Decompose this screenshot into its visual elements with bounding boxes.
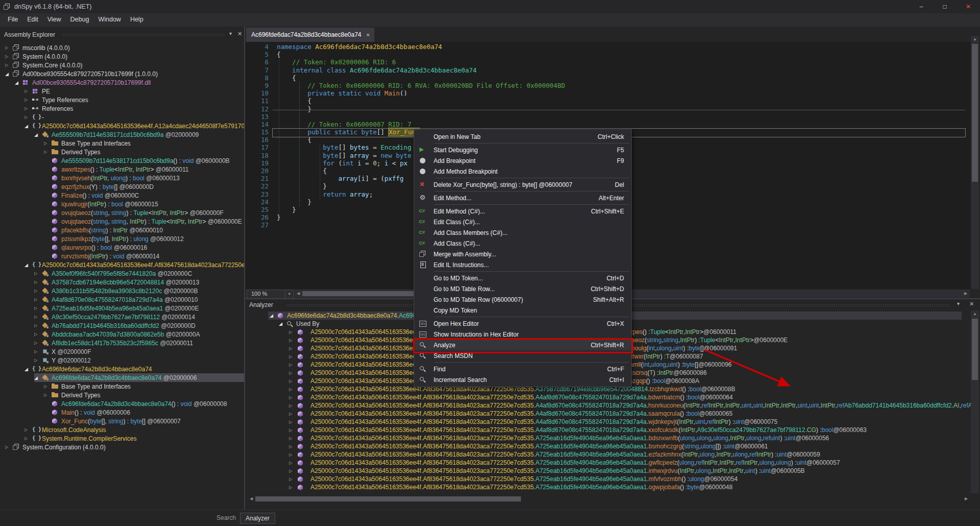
tree-item[interactable]: Ac696fde6dac74a2b8d3c4bbaec8e0a74 @02000… [0,373,245,382]
tree-item[interactable]: Ac696fde6dac74a2b8d3c4bbaec8e0a74() : vo… [0,399,245,408]
chevron-col-icon[interactable] [5,63,13,67]
tree-item[interactable]: System.Configuration (4.0.0.0) [0,443,245,451]
chevron-col-icon[interactable] [5,45,13,50]
chevron-col-icon[interactable] [34,358,42,363]
chevron-col-icon[interactable] [5,54,13,59]
analyzer-item[interactable]: A25000c7c06d14343a50645163536ee4f.Af8364… [245,418,971,426]
tree-item[interactable]: Ac696fde6dac74a2b8d3c4bbaec8e0a74 [0,365,245,373]
chevron-col-icon[interactable] [289,393,297,401]
tree-item[interactable]: ovujqtaeoz(string, string) : Tuple<IntPt… [0,208,245,217]
tab-search[interactable]: Search [211,513,241,523]
close-button[interactable]: ✕ [957,0,980,13]
analyzer-item[interactable]: A25000c7c06d14343a50645163536ee4f.Af8364… [245,434,971,442]
tree-item[interactable]: A9c30ef50cca2479bb7627ae7bf798112 @02000… [0,313,245,321]
chevron-col-icon[interactable] [25,436,32,441]
chevron-col-icon[interactable] [289,459,297,467]
code-line[interactable]: 13 [245,113,971,121]
zoom-dropdown-icon[interactable]: ▾ [285,290,294,299]
tree-item[interactable]: Type References [0,95,245,104]
analyzer-item[interactable]: A25000c7c06d14343a50645163536ee4f.Af8364… [245,393,971,401]
scroll-up-icon[interactable]: ▲ [971,310,979,318]
chevron-col-icon[interactable] [44,141,52,146]
chevron-col-icon[interactable] [289,418,297,426]
chevron-col-icon[interactable] [289,352,297,361]
context-menu-item-delete-xor-func-byte-string-byte-06000007[interactable]: Delete Xor_Func(byte[], string) : byte[]… [414,179,631,190]
tree-item[interactable]: Finalize() : void @0600000C [0,191,245,200]
tree-item[interactable]: A350ef0f96fc540f795e5f85e7441820a @02000… [0,269,245,278]
scroll-right-icon[interactable]: ▶ [962,290,970,297]
scroll-left-icon[interactable]: ◀ [247,495,255,503]
chevron-exp-icon[interactable] [5,71,13,77]
tab-close-icon[interactable]: ✕ [366,32,370,38]
chevron-col-icon[interactable] [289,475,297,483]
panel-close-icon[interactable]: ✕ [969,301,974,307]
context-menu-item-add-method-breakpoint[interactable]: Add Method Breakpoint [414,166,631,177]
chevron-exp-icon[interactable] [34,375,42,380]
chevron-col-icon[interactable] [34,280,42,284]
tree-item[interactable]: Af8db1ec58dc14f17b7535b23c2f5985c @02000… [0,339,245,347]
analyzer-vertical-scrollbar[interactable]: ▲ [971,310,979,493]
panel-menu-icon[interactable]: ▾ [957,301,960,306]
chevron-exp-icon[interactable] [279,321,286,326]
tree-item[interactable]: Ad00bce9305554c87927205710b17699f.dll [0,78,245,87]
chevron-col-icon[interactable] [289,369,297,377]
chevron-col-icon[interactable] [289,434,297,442]
tree-item[interactable]: Ad00bce9305554c87927205710b17699f (1.0.0… [0,69,245,78]
tree-item[interactable]: References [0,104,245,113]
context-menu-item-merge-with-assembly[interactable]: Merge with Assembly... [414,249,631,259]
context-menu-item-add-class-c[interactable]: Add Class (C#)... [414,238,631,249]
tree-item[interactable]: ovujqtaeoz(string, string, IntPtr) : Tup… [0,217,245,226]
analyzer-item[interactable]: A25000c7c06d14343a50645163536ee4f.Af8364… [245,401,971,410]
context-menu-item-open-in-new-tab[interactable]: Open in New TabCtrl+Click [414,131,631,142]
chevron-exp-icon[interactable] [25,262,32,268]
tree-item[interactable]: A4af8d670e08c47558247018a729d7a4a @02000… [0,295,245,304]
analyzer-item[interactable]: A25000c7c06d14343a50645163536ee4f.Af8364… [245,410,971,418]
chevron-col-icon[interactable] [25,89,32,93]
tree-item[interactable]: qlaurwsrpo() : bool @06000016 [0,243,245,252]
code-line[interactable]: 6 // Token: 0x02000006 RID: 6 [245,58,971,66]
scroll-up-icon[interactable]: ▲ [971,36,979,43]
tree-item[interactable]: System.Core (4.0.0.0) [0,61,245,69]
tree-item[interactable]: pzissmlkpz(byte[], IntPtr) : ulong @0600… [0,234,245,243]
scroll-right-icon[interactable]: ▶ [962,495,970,503]
tree-item[interactable]: A37587cdb67194e8cbb96e54720048814 @02000… [0,278,245,286]
chevron-exp-icon[interactable] [34,132,42,137]
context-menu-item-edit-class-c[interactable]: Edit Class (C#)... [414,217,631,227]
tree-item[interactable]: A25000c7c06d14343a50645163536ee4f.A12a4c… [0,122,245,130]
context-menu-item-add-breakpoint[interactable]: Add BreakpointF9 [414,155,631,166]
context-menu-item-go-to-md-table-row-06000007[interactable]: Go to MD Table Row (06000007)Shift+Alt+R [414,294,631,305]
context-menu-item-edit-method-c[interactable]: Edit Method (C#)...Ctrl+Shift+E [414,206,631,217]
scrollbar-thumb[interactable] [972,44,978,182]
chevron-col-icon[interactable] [289,442,297,450]
context-menu-item-go-to-md-token[interactable]: Go to MD Token...Ctrl+D [414,273,631,283]
scroll-left-icon[interactable]: ◀ [294,290,302,297]
panel-close-icon[interactable]: ✕ [237,31,242,37]
analyzer-item[interactable]: A25000c7c06d14343a50645163536ee4f.Af8364… [245,475,971,483]
maximize-button[interactable]: □ [933,0,957,13]
context-menu-item-incremental-search[interactable]: Incremental SearchCtrl+I [414,374,631,385]
tree-item[interactable]: System (4.0.0.0) [0,52,245,61]
panel-menu-icon[interactable]: ▾ [229,31,232,36]
tree-item[interactable]: mscorlib (4.0.0.0) [0,43,245,52]
context-menu-item-open-hex-editor[interactable]: Open Hex EditorCtrl+X [414,318,631,329]
chevron-col-icon[interactable] [44,384,52,389]
chevron-col-icon[interactable] [25,98,32,102]
code-line[interactable]: 7 internal class Ac696fde6dac74a2b8d3c4b… [245,66,971,74]
code-line[interactable]: 5{ [245,51,971,58]
context-menu-item-edit-il-instructions[interactable]: Edit IL Instructions... [414,259,631,270]
chevron-col-icon[interactable] [34,297,42,302]
context-menu-item-copy-md-token[interactable]: Copy MD Token [414,305,631,316]
scrollbar-thumb[interactable] [255,496,521,501]
chevron-col-icon[interactable] [34,289,42,293]
tree-item[interactable]: Derived Types [0,148,245,156]
chevron-col-icon[interactable] [34,323,42,328]
chevron-col-icon[interactable] [44,150,52,154]
chevron-exp-icon[interactable] [25,124,32,129]
tree-item[interactable]: A380b1c31b5f5482b8ea39083c8b2120c @02000… [0,286,245,295]
tree-item[interactable]: X @0200000F [0,347,245,356]
analyzer-horizontal-scrollbar[interactable]: ◀ ▶ [245,494,971,504]
analyzer-item[interactable]: A25000c7c06d14343a50645163536ee4f.Af8364… [245,467,971,475]
menu-file[interactable]: File [3,13,22,26]
chevron-col-icon[interactable] [34,306,42,310]
chevron-col-icon[interactable] [289,328,297,336]
